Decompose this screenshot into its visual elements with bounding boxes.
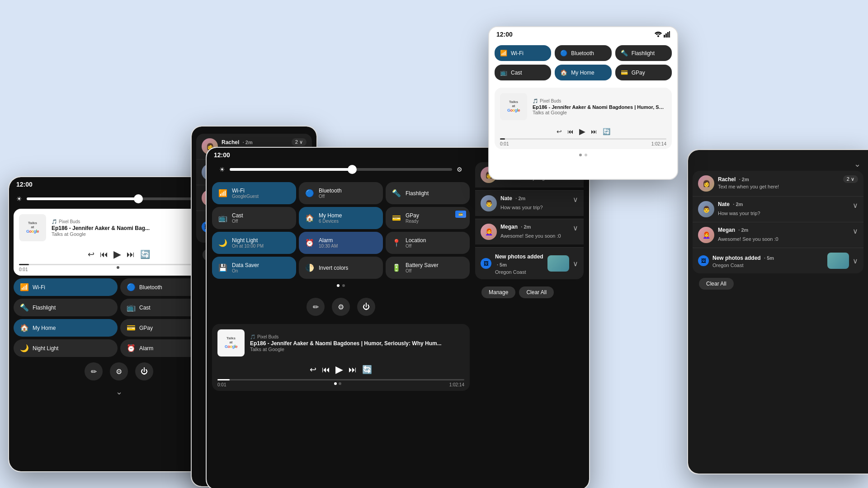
manage-btn-d3[interactable]: Manage <box>481 286 515 298</box>
tile-wifi-d4[interactable]: 📶 Wi-Fi <box>495 45 551 61</box>
media-subtitle-d3: Talks at Google <box>250 347 464 352</box>
next-btn-d4[interactable]: ⏭ <box>591 128 597 135</box>
avatar-nate-d3: 👨 <box>481 195 497 211</box>
chevron-d5[interactable]: ⌄ <box>688 157 868 171</box>
settings-btn-d1[interactable]: ⚙ <box>110 362 128 380</box>
device-tablet-main: 12:00 ▲▲ WiFi 🔋 ☀ ⚙ <box>206 147 590 488</box>
qs-grid-d3: 📶 Wi-Fi GoogleGuest 🔵 Bluetooth Off <box>212 182 470 279</box>
notif-actions-d5: Clear All <box>693 273 863 294</box>
prev-btn-d4[interactable]: ⏮ <box>567 128 574 135</box>
tile-flashlight-d1[interactable]: 🔦 Flashlight <box>14 299 118 316</box>
gpay-icon-tile-d4: 💳 <box>621 69 628 76</box>
play-btn-d3[interactable]: ▶ <box>335 364 343 375</box>
wifi-icon-d4 <box>655 32 662 37</box>
tile-cast-d4[interactable]: 📺 Cast <box>495 65 551 80</box>
svg-rect-4 <box>669 31 670 38</box>
device-tablet-top-right: 12:00 📶 Wi-Fi 🔵 Bluetooth 🔦 Flashlight 📺 <box>488 26 678 180</box>
power-btn-d1[interactable]: ⏻ <box>135 362 153 380</box>
bluetooth-icon-d1: 🔵 <box>127 283 136 291</box>
tile-home-d3[interactable]: 🏠 My Home 6 Devices <box>299 207 383 229</box>
media-art-d1: Talksat Google <box>19 214 46 241</box>
clear-btn-d5[interactable]: Clear All <box>699 278 734 290</box>
cast-icon-d1: 📺 <box>127 303 136 312</box>
alarm-icon-d3: ⏰ <box>305 239 314 247</box>
bt-icon-d3: 🔵 <box>305 189 314 197</box>
edit-btn-d1[interactable]: ✏ <box>85 362 103 380</box>
power-btn-d3[interactable]: ⏻ <box>357 298 375 316</box>
loc-icon-d3: 📍 <box>392 239 401 247</box>
tile-home-d4[interactable]: 🏠 My Home <box>555 65 611 80</box>
brightness-row-d3[interactable]: ☀ ⚙ <box>212 162 470 177</box>
tile-flash-d4[interactable]: 🔦 Flashlight <box>615 45 672 61</box>
tile-gpay-d3[interactable]: 💳 GPay Ready 💳 <box>386 207 470 229</box>
device-right-partial: ⌄ 👩 Rachel · 2m 2 ∨ Text me when you get… <box>687 149 868 474</box>
brightness-icon-d1: ☀ <box>16 195 22 202</box>
avatar-megan-d3: 👩‍🦰 <box>481 224 497 240</box>
speed-btn-d3[interactable]: 🔄 <box>362 365 372 375</box>
tile-wifi-d3[interactable]: 📶 Wi-Fi GoogleGuest <box>212 182 296 204</box>
svg-rect-2 <box>665 33 667 38</box>
wifi-icon-d3: 📶 <box>218 189 227 197</box>
media-source-d3: 🎵Pixel Buds <box>250 334 464 339</box>
alarm-icon-d1: ⏰ <box>127 344 136 352</box>
tile-flash-d3[interactable]: 🔦 Flashlight <box>386 182 470 204</box>
status-bar-d4: 12:00 <box>489 27 677 42</box>
rewind-btn-d4[interactable]: ↩ <box>557 128 562 135</box>
media-player-d3: Talksat Google 🎵Pixel Buds Ep186 - Jenni… <box>212 324 470 391</box>
tile-battery-d3[interactable]: 🔋 Battery Saver Off <box>386 257 470 279</box>
photo-thumb-d3 <box>547 255 569 272</box>
tile-cast-d3[interactable]: 📺 Cast Off <box>212 207 296 229</box>
next-btn-d3[interactable]: ⏭ <box>349 365 357 375</box>
tile-wifi-d1[interactable]: 📶 Wi-Fi <box>14 278 118 296</box>
brightness-slider-d3[interactable] <box>230 168 452 171</box>
home-icon-tile-d4: 🏠 <box>560 69 567 76</box>
rewind-btn-d1[interactable]: ↩ <box>88 249 94 259</box>
tile-gpay-d4[interactable]: 💳 GPay <box>615 65 672 80</box>
wifi-icon-d1: 📶 <box>20 283 29 291</box>
notif-panel-d5: 👩 Rachel · 2m 2 ∨ Text me when you get h… <box>688 171 868 294</box>
tile-loc-d3[interactable]: 📍 Location Off <box>386 232 470 254</box>
speed-btn-d4[interactable]: 🔄 <box>603 128 610 135</box>
qs-grid-d4: 📶 Wi-Fi 🔵 Bluetooth 🔦 Flashlight 📺 Cast … <box>489 42 677 84</box>
tile-nightlight-d1[interactable]: 🌙 Night Light <box>14 339 118 357</box>
edit-btn-d3[interactable]: ✏ <box>307 298 325 316</box>
play-btn-d1[interactable]: ▶ <box>113 249 121 260</box>
time-d3: 12:00 <box>214 151 230 159</box>
media-title-d4: Ep186 - Jennifer Aaker & Naomi Bagdones … <box>533 104 666 110</box>
speed-btn-d1[interactable]: 🔄 <box>140 249 150 259</box>
avatar-megan-d5: 👩‍🦰 <box>698 227 714 243</box>
flash-icon-tile-d4: 🔦 <box>621 50 628 56</box>
tile-datasaver-d3[interactable]: 💾 Data Saver On <box>212 257 296 279</box>
flashlight-icon-d1: 🔦 <box>20 303 29 312</box>
svg-point-0 <box>657 35 659 37</box>
rewind-btn-d3[interactable]: ↩ <box>310 365 316 375</box>
notif-panel-d3: 👩 Rachel · 2m 2 ∨ Text me when you get h… <box>475 162 584 486</box>
svg-rect-3 <box>667 32 669 38</box>
clear-btn-d3[interactable]: Clear All <box>519 286 554 298</box>
play-btn-d4[interactable]: ▶ <box>579 127 585 136</box>
media-art-d3: Talksat Google <box>217 329 245 357</box>
tile-bt-d3[interactable]: 🔵 Bluetooth Off <box>299 182 383 204</box>
settings-btn-d3[interactable]: ⚙ <box>332 298 350 316</box>
tile-home-d1[interactable]: 🏠 My Home <box>14 319 118 337</box>
gpay-card-d3: 💳 <box>455 211 466 218</box>
pagination-d3 <box>212 282 470 290</box>
tile-bt-d4[interactable]: 🔵 Bluetooth <box>555 45 611 61</box>
prev-btn-d3[interactable]: ⏮ <box>322 365 330 375</box>
progress-current-d1: 0:01 <box>19 267 28 272</box>
media-subtitle-d4: Talks at Google <box>533 110 666 115</box>
tile-night-d3[interactable]: 🌙 Night Light On at 10:00 PM <box>212 232 296 254</box>
tile-invert-d3[interactable]: 🌓 Invert colors <box>299 257 383 279</box>
photos-icon-d3: 🖼 <box>481 258 491 269</box>
tile-alarm-d3[interactable]: ⏰ Alarm 10:30 AM <box>299 232 383 254</box>
battery-icon-d3: 🔋 <box>392 263 401 272</box>
home-icon-d1: 🏠 <box>20 324 29 332</box>
prev-btn-d1[interactable]: ⏮ <box>100 250 108 259</box>
gpay-icon-d3: 💳 <box>392 214 401 222</box>
next-btn-d1[interactable]: ⏭ <box>127 250 135 259</box>
media-controls-d3: ↩ ⏮ ▶ ⏭ 🔄 <box>212 362 470 379</box>
nightlight-icon-d1: 🌙 <box>20 344 29 352</box>
time-d1: 12:00 <box>16 181 33 188</box>
notif-actions-d3: Manage Clear All <box>475 282 584 303</box>
brightness-slider-d1[interactable] <box>27 197 211 200</box>
